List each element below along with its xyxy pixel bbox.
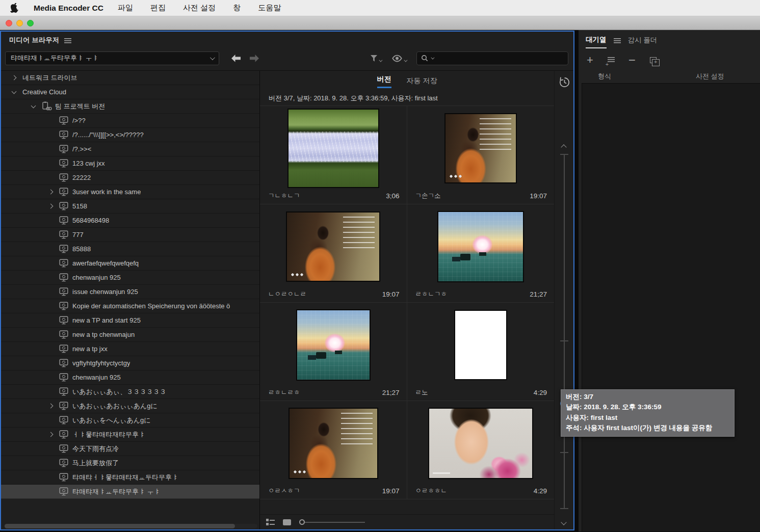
tree-item[interactable]: 3user work in the same [1,185,259,199]
version-item[interactable]: ㄴㅇㄹㅇㄴㄹ19:07 [260,204,407,303]
version-item[interactable]: ㅇㄹㅎㅎㄴ4:29 [407,401,555,499]
tab-queue[interactable]: 대기열 [586,32,607,48]
tree-item[interactable]: 马上就要放假了 [1,456,259,470]
queue-list-empty[interactable] [582,83,760,531]
tree-item[interactable]: /?....../"\\\]][[>>,<>/????? [1,128,259,142]
column-preset[interactable]: 사전 설정 [696,72,724,81]
back-button[interactable] [230,54,242,63]
chevron-collapsed-icon[interactable] [48,190,53,195]
search-box[interactable] [416,51,568,65]
location-dropdown[interactable]: 탸매탸재ㅑㅛ두탸무후ㅑ ㅜㅑ [5,51,219,65]
chevron-expanded-icon[interactable] [11,89,16,94]
version-thumbnail-sunset[interactable] [296,309,371,381]
version-thumbnail-player[interactable] [444,113,517,183]
tree-item[interactable]: 5684968498 [1,214,259,228]
tab-versions[interactable]: 버전 [377,75,391,88]
chevron-expanded-icon[interactable] [31,103,36,108]
thumbnail-size-slider[interactable] [299,519,365,525]
tree-item-label: />?? [72,117,86,124]
version-item[interactable]: ㅇㄹㅅㅎㄱ19:07 [260,401,407,499]
column-format[interactable]: 형식 [579,72,611,81]
tree-item[interactable]: chenwanjun 925 [1,271,259,285]
tree-item[interactable]: issue chenwanjun 925 [1,285,259,299]
tree-item[interactable]: new a TP and start 925 [1,313,259,328]
team-project-clip-icon [57,473,70,482]
slider-knob[interactable] [299,519,305,525]
list-view-icon[interactable] [266,519,275,525]
search-input[interactable] [436,55,553,62]
forward-button[interactable] [249,54,260,63]
tab-watch-folders[interactable]: 감시 폴더 [628,33,658,48]
tree-item[interactable]: 777 [1,228,259,242]
tree-item[interactable]: 탸매탸ㅓㅑ뭏탸매탸재ㅛ두타무후ㅑ [1,470,259,485]
tree-item[interactable]: いあおぃぃあおぃぃあんgに [1,399,259,413]
tree-item[interactable]: new a tp chenwnajun [1,328,259,342]
tree-item[interactable]: Kopie der automatischen Speicherung von … [1,299,259,313]
version-item[interactable]: ㄹ노4:29 [407,303,555,401]
tab-autosave[interactable]: 자동 저장 [407,76,437,88]
version-thumbnail-river[interactable] [287,109,379,188]
tree-item[interactable]: chenwanjun 925 [1,370,259,385]
menu-item[interactable]: 사전 설정 [183,3,216,13]
window-title-bar [0,16,760,30]
tree-horizontal-scrollbar[interactable] [1,522,259,529]
version-item-duration: 21;27 [530,290,547,298]
tree-item-label: 马上就要放假了 [72,459,119,468]
tree-item[interactable]: new a tp jxx [1,342,259,356]
tree-item[interactable]: ㅓㅑ뭏탸매탸재탸무후ㅑ [1,428,259,442]
tree-item[interactable]: 22222 [1,171,259,185]
version-timeline-slider[interactable] [555,154,573,509]
search-scope-chevron-icon [431,56,434,59]
close-window-button[interactable] [6,20,12,26]
tree-item[interactable]: />?? [1,114,259,128]
tree-item[interactable]: 네트워크 드라이브 [1,71,259,85]
tree-item[interactable]: 팀 프로젝트 버전 [1,99,259,114]
version-thumbnail-player[interactable] [286,211,380,282]
chevron-collapsed-icon[interactable] [11,75,16,81]
tree-item[interactable]: 85888 [1,242,259,256]
menu-item[interactable]: 창 [233,3,241,13]
menu-item[interactable]: 도움말 [258,3,281,13]
tree-item[interactable]: 탸매탸재ㅑㅛ두탸무후ㅑ ㅜㅑ [1,485,259,499]
chevron-collapsed-icon[interactable] [48,404,53,409]
add-source-button[interactable]: + [587,55,593,65]
tree-item[interactable]: /?.>>< [1,142,259,156]
menu-item[interactable]: 파일 [118,3,133,13]
panel-menu-icon[interactable] [64,38,71,43]
tree-item[interactable]: 123 cwj jxx [1,156,259,171]
tree-item[interactable]: vgftyhtgfyhtyctyctgy [1,356,259,370]
scroll-down-icon[interactable] [561,519,566,525]
tree-item[interactable]: いあおぃをへんぃあんgに [1,413,259,428]
tree-item[interactable]: いあおぃぃあぃ、３３３３３３ [1,385,259,399]
apple-logo-icon[interactable] [10,3,19,13]
remove-button[interactable]: − [628,56,636,65]
history-clock-icon[interactable] [558,76,571,89]
add-output-button[interactable] [607,57,615,64]
menu-app-name[interactable]: Media Encoder CC [34,4,103,13]
version-item[interactable]: ㄹㅎㄴㄹㅎ21;27 [260,303,407,401]
view-options-eye-icon[interactable] [391,55,406,62]
tree-item[interactable]: awerfaefqwefqwefqefq [1,256,259,271]
zoom-window-button[interactable] [27,20,34,26]
tree-item-label: /?.>>< [72,145,91,153]
queue-panel-menu-icon[interactable] [614,38,621,43]
tree-item[interactable]: 5158 [1,199,259,214]
version-item[interactable]: ㄱ손ㄱ소19:07 [407,106,555,204]
menu-item[interactable]: 편집 [150,3,166,13]
scroll-up-icon[interactable] [561,144,566,150]
minimize-window-button[interactable] [16,20,23,26]
version-item[interactable]: ㄹㅎㄴㄱㅎ21;27 [407,204,555,303]
chevron-collapsed-icon[interactable] [48,432,53,437]
thumbnail-view-icon[interactable] [283,519,291,525]
version-thumbnail-player[interactable] [289,408,378,479]
filter-icon[interactable] [370,55,381,62]
version-thumbnail-woman[interactable] [428,408,533,479]
version-thumbnail-sunset[interactable] [437,211,524,282]
duplicate-button[interactable] [650,57,657,63]
version-thumbnail-white[interactable] [454,310,507,380]
version-item-name: ㄴㅇㄹㅇㄴㄹ [268,290,306,299]
tree-item[interactable]: Creative Cloud [1,85,259,99]
tree-item[interactable]: 今天下雨有点冷 [1,442,259,456]
chevron-collapsed-icon[interactable] [48,204,53,209]
version-item[interactable]: ㄱㄴㅎㄴㄱ3;06 [260,106,407,204]
